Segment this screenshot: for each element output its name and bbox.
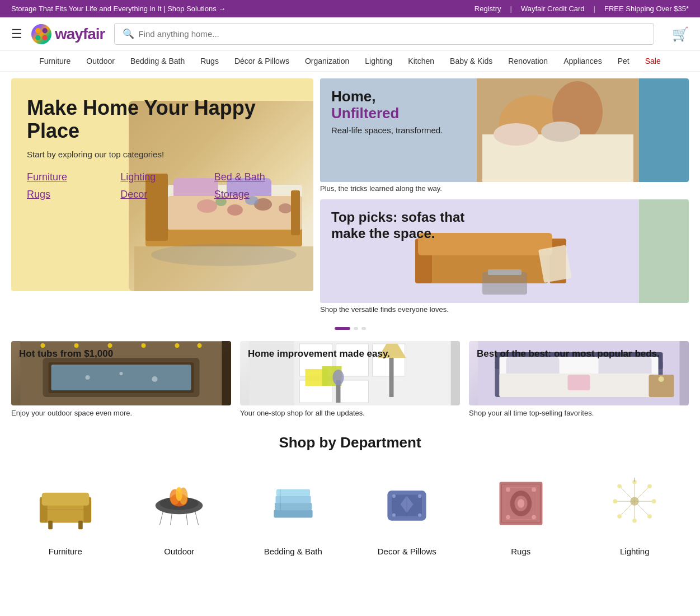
nav-decor-pillows[interactable]: Décor & Pillows xyxy=(234,57,289,66)
nav-outdoor[interactable]: Outdoor xyxy=(86,57,115,66)
hero-right-cards: Home, Unfiltered Real-life spaces, trans… xyxy=(320,78,689,315)
svg-point-130 xyxy=(647,514,652,519)
hamburger-menu[interactable]: ☰ xyxy=(11,27,22,41)
dept-img-decor xyxy=(368,467,446,540)
hero-link-lighting[interactable]: Lighting xyxy=(120,171,204,183)
hero-link-rugs[interactable]: Rugs xyxy=(27,189,110,200)
svg-point-127 xyxy=(617,484,622,488)
dept-item-lighting[interactable]: Lighting xyxy=(581,467,689,556)
promo-home-imp-text: Home improvement made easy. xyxy=(248,348,390,360)
hero-link-bed-bath[interactable]: Bed & Bath xyxy=(214,171,298,183)
svg-point-46 xyxy=(175,343,180,348)
svg-point-113 xyxy=(532,515,536,520)
outdoor-svg xyxy=(151,475,207,531)
nav-organization[interactable]: Organization xyxy=(305,57,349,66)
logo[interactable]: wayfair xyxy=(31,24,105,44)
hero-category-links: Furniture Lighting Bed & Bath Rugs Decor… xyxy=(27,171,298,200)
svg-point-47 xyxy=(198,343,202,348)
svg-rect-75 xyxy=(48,521,53,529)
hero-link-furniture[interactable]: Furniture xyxy=(27,171,110,183)
nav-bedding-bath[interactable]: Bedding & Bath xyxy=(130,57,185,66)
dept-item-decor[interactable]: Decor & Pillows xyxy=(353,467,462,556)
unfiltered-purple: Unfiltered xyxy=(331,105,399,122)
registry-link[interactable]: Registry xyxy=(475,4,501,13)
promo-home-imp-card: Home improvement made easy. xyxy=(240,341,460,405)
nav-pet[interactable]: Pet xyxy=(618,57,629,66)
svg-point-39 xyxy=(120,372,123,375)
svg-point-60 xyxy=(333,370,344,385)
hero-card-sofas[interactable]: Top picks: sofas that make the space. Sh… xyxy=(320,199,689,315)
search-input[interactable] xyxy=(139,29,646,39)
dept-grid: Furniture xyxy=(11,467,689,556)
banner-left[interactable]: Storage That Fits Your Life and Everythi… xyxy=(11,4,225,13)
dept-img-lighting xyxy=(595,467,674,540)
nav-renovation[interactable]: Renovation xyxy=(508,57,548,66)
dept-img-furniture xyxy=(26,467,105,540)
hero-card-unfiltered-desc: Plus, the tricks learned along the way. xyxy=(320,182,689,194)
nav-lighting[interactable]: Lighting xyxy=(365,57,392,66)
svg-rect-76 xyxy=(78,521,83,529)
bedding-svg xyxy=(265,475,321,531)
free-shipping-text: FREE Shipping Over $35* xyxy=(604,4,689,13)
promo-hot-tubs[interactable]: Hot tubs from $1,000 Enjoy your outdoor … xyxy=(11,341,231,417)
dept-name-furniture: Furniture xyxy=(49,547,82,556)
nav-sale[interactable]: Sale xyxy=(645,57,661,66)
promo-home-improvement[interactable]: Home improvement made easy. Your one-sto… xyxy=(240,341,460,417)
promo-hot-tubs-text: Hot tubs from $1,000 xyxy=(19,348,113,360)
nav-appliances[interactable]: Appliances xyxy=(563,57,602,66)
lighting-svg xyxy=(607,475,663,531)
dept-img-rugs xyxy=(482,467,560,540)
svg-point-69 xyxy=(659,376,664,382)
svg-point-45 xyxy=(142,343,146,348)
svg-point-18 xyxy=(151,244,297,266)
svg-line-121 xyxy=(619,501,635,516)
svg-point-40 xyxy=(152,376,158,382)
nav-furniture[interactable]: Furniture xyxy=(39,57,71,66)
svg-rect-37 xyxy=(51,365,191,390)
hero-link-decor[interactable]: Decor xyxy=(120,189,204,200)
promo-popular-beds[interactable]: Best of the best: our most popular beds.… xyxy=(469,341,689,417)
svg-point-125 xyxy=(613,499,618,503)
svg-point-109 xyxy=(518,499,524,507)
hero-sofas-title: Top picks: sofas that make the space. xyxy=(331,209,466,242)
carousel-dots xyxy=(0,321,700,332)
svg-line-120 xyxy=(635,486,650,501)
svg-point-128 xyxy=(647,484,652,488)
hero-link-storage[interactable]: Storage xyxy=(214,189,298,200)
svg-point-3 xyxy=(43,35,48,40)
banner-promo-text: Storage That Fits Your Life and Everythi… xyxy=(11,4,225,13)
svg-point-100 xyxy=(392,494,396,498)
dept-item-rugs[interactable]: Rugs xyxy=(467,467,575,556)
credit-card-link[interactable]: Wayfair Credit Card xyxy=(521,4,585,13)
dot-2[interactable] xyxy=(361,327,366,330)
furniture-svg xyxy=(37,475,93,531)
search-icon: 🔍 xyxy=(123,28,134,40)
hero-left-card: Make Home Your Happy Place Start by expl… xyxy=(11,78,313,291)
dept-item-furniture[interactable]: Furniture xyxy=(11,467,120,556)
svg-rect-88 xyxy=(274,510,312,518)
dept-item-outdoor[interactable]: Outdoor xyxy=(125,467,234,556)
svg-point-126 xyxy=(652,499,656,503)
hero-section: Make Home Your Happy Place Start by expl… xyxy=(0,72,700,321)
search-bar[interactable]: 🔍 xyxy=(114,23,655,45)
dept-img-outdoor xyxy=(140,467,218,540)
svg-point-87 xyxy=(176,487,182,501)
svg-point-112 xyxy=(506,515,510,520)
dept-name-lighting: Lighting xyxy=(620,547,650,556)
hero-title: Make Home Your Happy Place xyxy=(27,96,298,143)
nav-rugs[interactable]: Rugs xyxy=(200,57,219,66)
logo-svg xyxy=(34,26,49,42)
cart-icon[interactable]: 🛒 xyxy=(672,26,689,42)
logo-text: wayfair xyxy=(55,25,105,43)
svg-point-43 xyxy=(74,343,79,348)
dept-title: Shop by Department xyxy=(11,434,689,451)
nav-baby-kids[interactable]: Baby & Kids xyxy=(450,57,492,66)
dot-1[interactable] xyxy=(354,327,358,330)
hero-subtitle-spaces: Real-life spaces, transformed. xyxy=(331,125,678,135)
dept-item-bedding[interactable]: Bedding & Bath xyxy=(239,467,347,556)
svg-point-2 xyxy=(35,35,40,40)
rugs-svg xyxy=(493,475,549,531)
hero-card-unfiltered[interactable]: Home, Unfiltered Real-life spaces, trans… xyxy=(320,78,689,194)
nav-kitchen[interactable]: Kitchen xyxy=(408,57,434,66)
dot-active[interactable] xyxy=(335,327,350,330)
